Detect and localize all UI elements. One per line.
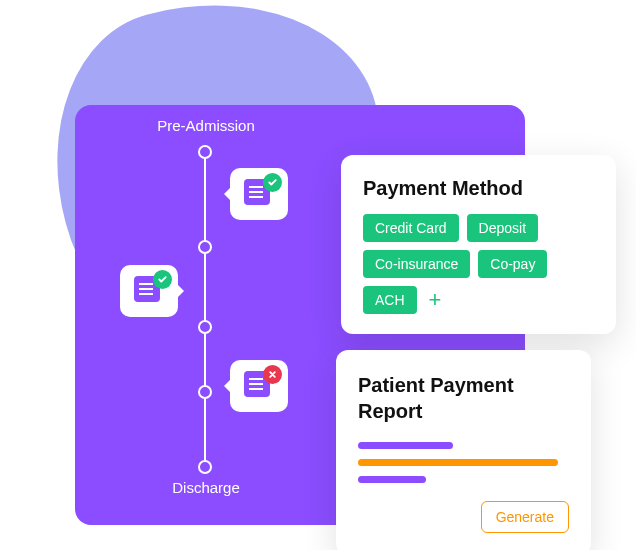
- document-icon: [244, 371, 274, 401]
- error-icon: [263, 365, 282, 384]
- checkmark-icon: [263, 173, 282, 192]
- timeline-bubble: [230, 168, 288, 220]
- generate-button[interactable]: Generate: [481, 501, 569, 533]
- timeline-start-label: Pre-Admission: [157, 117, 255, 134]
- add-payment-icon[interactable]: +: [425, 289, 446, 311]
- payment-option-tag[interactable]: Deposit: [467, 214, 538, 242]
- timeline-node: [198, 145, 212, 159]
- payment-method-title: Payment Method: [363, 177, 594, 200]
- timeline-node: [198, 460, 212, 474]
- payment-option-tag[interactable]: Co-pay: [478, 250, 547, 278]
- payment-option-tag[interactable]: ACH: [363, 286, 417, 314]
- payment-option-tag[interactable]: Co-insurance: [363, 250, 470, 278]
- payment-option-tag[interactable]: Credit Card: [363, 214, 459, 242]
- report-title: Patient Payment Report: [358, 372, 569, 424]
- timeline-bubble: [230, 360, 288, 412]
- timeline-line: [204, 150, 206, 465]
- payment-method-options: Credit Card Deposit Co-insurance Co-pay …: [363, 214, 594, 314]
- document-icon: [134, 276, 164, 306]
- payment-method-card: Payment Method Credit Card Deposit Co-in…: [341, 155, 616, 334]
- report-bar: [358, 459, 558, 466]
- timeline-node: [198, 320, 212, 334]
- timeline-bubble: [120, 265, 178, 317]
- document-icon: [244, 179, 274, 209]
- checkmark-icon: [153, 270, 172, 289]
- timeline-end-label: Discharge: [172, 479, 240, 496]
- timeline-node: [198, 240, 212, 254]
- timeline-node: [198, 385, 212, 399]
- report-bar: [358, 476, 426, 483]
- patient-payment-report-card: Patient Payment Report Generate: [336, 350, 591, 550]
- report-bar: [358, 442, 453, 449]
